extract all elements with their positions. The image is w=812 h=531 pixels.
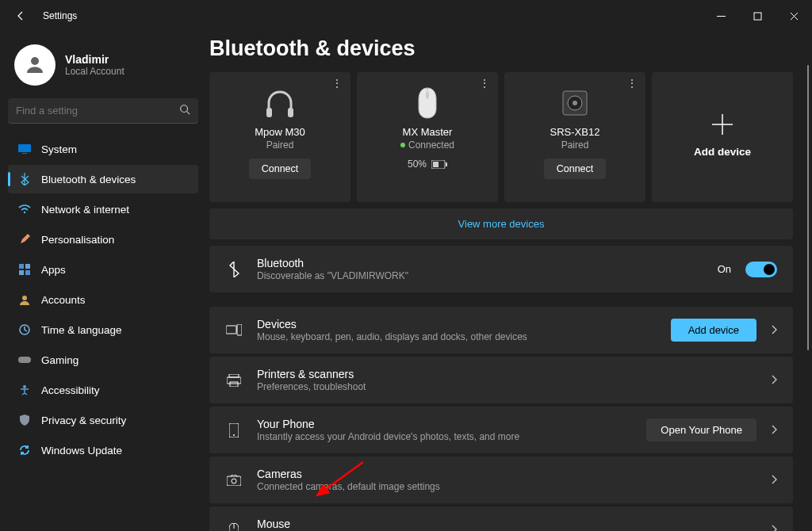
- connect-button[interactable]: Connect: [544, 159, 607, 179]
- sidebar-item-privacy[interactable]: Privacy & security: [8, 406, 198, 434]
- window-controls: [703, 0, 812, 32]
- svg-rect-6: [22, 153, 27, 154]
- svg-rect-29: [237, 324, 242, 335]
- svg-rect-21: [433, 162, 439, 167]
- row-devices[interactable]: Devices Mouse, keyboard, pen, audio, dis…: [209, 307, 793, 353]
- row-cameras[interactable]: Cameras Connected cameras, default image…: [209, 457, 793, 503]
- back-button[interactable]: [11, 6, 30, 25]
- svg-rect-19: [426, 92, 429, 98]
- device-card-mxmaster[interactable]: ⋮ MX Master Connected 50%: [357, 72, 498, 202]
- svg-rect-9: [25, 264, 30, 269]
- svg-point-34: [233, 434, 235, 436]
- page-title: Bluetooth & devices: [209, 36, 793, 61]
- connect-button[interactable]: Connect: [249, 159, 312, 179]
- display-icon: [17, 142, 32, 156]
- sidebar-item-label: Network & internet: [41, 204, 129, 216]
- devices-icon: [225, 324, 243, 337]
- sidebar-item-accounts[interactable]: Accounts: [8, 285, 198, 314]
- row-printers-scanners[interactable]: Printers & scanners Preferences, trouble…: [209, 357, 793, 403]
- search-input[interactable]: [8, 98, 198, 124]
- sidebar-item-personalisation[interactable]: Personalisation: [8, 225, 198, 254]
- scrollbar-indicator[interactable]: [807, 65, 809, 350]
- view-more-devices-link[interactable]: View more devices: [209, 208, 793, 239]
- speaker-icon: [561, 85, 588, 121]
- bluetooth-toggle[interactable]: [745, 262, 777, 277]
- svg-point-12: [22, 296, 27, 300]
- device-card-srsxb12[interactable]: ⋮ SRS-XB12 Paired Connect: [504, 72, 645, 202]
- minimize-button[interactable]: [703, 0, 739, 32]
- row-title: Mouse: [257, 518, 756, 530]
- svg-rect-32: [230, 382, 238, 387]
- row-title: Bluetooth: [257, 257, 703, 269]
- row-title: Cameras: [257, 468, 756, 480]
- minimize-icon: [717, 12, 726, 21]
- row-sub: Mouse, keyboard, pen, audio, displays an…: [257, 331, 657, 342]
- add-device-label: Add device: [694, 146, 751, 158]
- svg-line-4: [187, 112, 190, 115]
- maximize-icon: [753, 12, 762, 21]
- row-mouse[interactable]: Mouse Buttons, mouse pointer speed, scro…: [209, 506, 793, 531]
- close-button[interactable]: [776, 0, 812, 32]
- search-box[interactable]: [8, 98, 198, 124]
- battery-icon: [431, 160, 447, 169]
- profile-sub: Local Account: [65, 66, 124, 77]
- row-sub: Preferences, troubleshoot: [257, 381, 756, 392]
- bluetooth-icon: [225, 262, 243, 277]
- mouse-icon: [416, 85, 439, 121]
- profile-name: Vladimir: [65, 53, 124, 66]
- sidebar-item-gaming[interactable]: Gaming: [8, 346, 198, 374]
- svg-rect-14: [18, 357, 31, 363]
- row-sub: Instantly access your Android device's p…: [257, 431, 632, 442]
- card-more-button[interactable]: ⋮: [626, 77, 638, 90]
- card-more-button[interactable]: ⋮: [331, 77, 343, 90]
- maximize-button[interactable]: [739, 0, 776, 32]
- headphones-icon: [262, 85, 297, 121]
- close-icon: [790, 12, 799, 21]
- device-status: Connected: [400, 139, 454, 151]
- device-name: SRS-XB12: [550, 126, 600, 138]
- avatar: [14, 44, 56, 86]
- row-sub: Discoverable as "VLADIMIRWORK": [257, 270, 703, 281]
- device-battery: 50%: [408, 159, 447, 170]
- printer-icon: [225, 374, 243, 387]
- sidebar-item-bluetooth-devices[interactable]: Bluetooth & devices: [8, 165, 198, 193]
- clock-icon: [17, 323, 32, 337]
- arrow-left-icon: [15, 10, 26, 21]
- svg-rect-35: [227, 476, 241, 486]
- sidebar-item-windows-update[interactable]: Windows Update: [8, 436, 198, 464]
- person-icon: [23, 53, 47, 77]
- sidebar-item-apps[interactable]: Apps: [8, 255, 198, 284]
- row-your-phone[interactable]: Your Phone Instantly access your Android…: [209, 407, 793, 453]
- svg-point-36: [232, 479, 236, 483]
- sidebar: Vladimir Local Account System Bluetooth …: [0, 32, 206, 531]
- open-your-phone-button[interactable]: Open Your Phone: [646, 418, 756, 441]
- brush-icon: [17, 232, 32, 246]
- sidebar-item-accessibility[interactable]: Accessibility: [8, 376, 198, 404]
- svg-point-2: [31, 57, 39, 65]
- chevron-right-icon: [771, 423, 777, 437]
- sidebar-item-time-language[interactable]: Time & language: [8, 315, 198, 344]
- shield-icon: [17, 413, 32, 427]
- svg-rect-22: [446, 162, 447, 166]
- phone-icon: [225, 423, 243, 437]
- sidebar-item-label: Accounts: [41, 294, 86, 306]
- mouse-outline-icon: [225, 523, 243, 532]
- svg-point-25: [573, 101, 577, 105]
- sidebar-item-label: Privacy & security: [41, 414, 126, 426]
- profile[interactable]: Vladimir Local Account: [14, 44, 198, 86]
- wifi-icon: [17, 202, 32, 216]
- svg-rect-1: [754, 13, 761, 20]
- card-more-button[interactable]: ⋮: [479, 77, 490, 90]
- connected-dot-icon: [400, 143, 405, 147]
- row-sub: Connected cameras, default image setting…: [257, 481, 756, 492]
- svg-rect-31: [227, 377, 241, 384]
- sidebar-item-network[interactable]: Network & internet: [8, 195, 198, 223]
- row-bluetooth-toggle[interactable]: Bluetooth Discoverable as "VLADIMIRWORK"…: [209, 246, 793, 292]
- row-title: Printers & scanners: [257, 368, 756, 380]
- device-card-mpowm30[interactable]: ⋮ Mpow M30 Paired Connect: [209, 72, 350, 202]
- sidebar-item-system[interactable]: System: [8, 135, 198, 163]
- bluetooth-icon: [17, 172, 32, 186]
- svg-rect-17: [288, 108, 293, 117]
- add-device-card[interactable]: Add device: [652, 72, 793, 202]
- add-device-button[interactable]: Add device: [671, 319, 756, 342]
